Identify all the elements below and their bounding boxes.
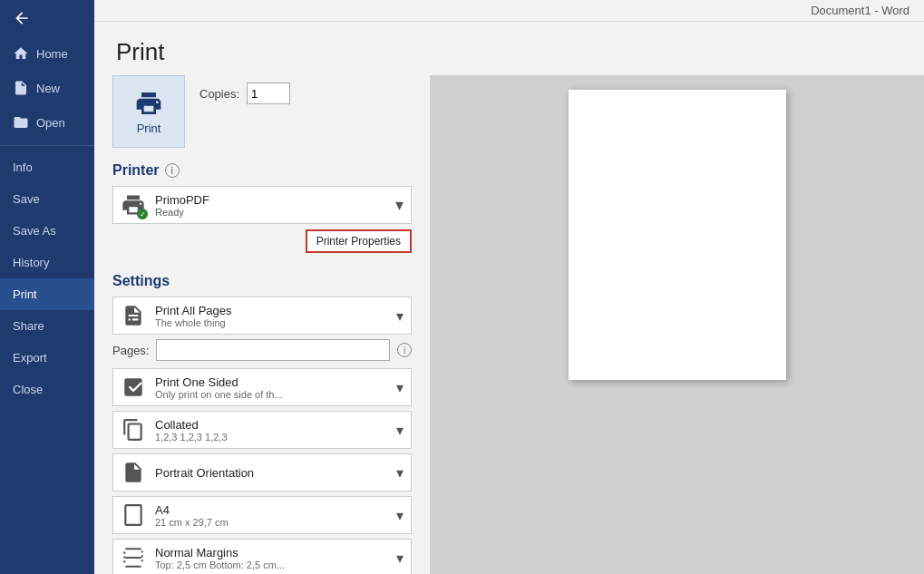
printer-info: PrimoPDF Ready bbox=[155, 193, 386, 218]
a4-label: A4 bbox=[155, 503, 387, 517]
main-content: Document1 - Word Print Print Copies: bbox=[94, 0, 924, 574]
collated-sub: 1,2,3 1,2,3 1,2,3 bbox=[155, 432, 387, 443]
print-button[interactable]: Print bbox=[112, 75, 185, 148]
print-all-pages-arrow: ▾ bbox=[396, 307, 404, 325]
app-title: Document1 - Word bbox=[811, 4, 909, 17]
pages-info-icon[interactable]: i bbox=[397, 343, 412, 357]
settings-a4[interactable]: A4 21 cm x 29,7 cm ▾ bbox=[112, 496, 412, 534]
print-one-sided-arrow: ▾ bbox=[396, 379, 404, 396]
sidebar-item-close[interactable]: Close bbox=[0, 374, 94, 405]
left-panel: Print Copies: Printer i bbox=[94, 75, 430, 574]
settings-print-one-sided[interactable]: Print One Sided Only print on one side o… bbox=[112, 368, 412, 406]
print-one-sided-icon bbox=[121, 375, 146, 400]
sidebar-item-home[interactable]: Home bbox=[0, 36, 94, 71]
sidebar-item-history[interactable]: History bbox=[0, 247, 94, 278]
sidebar-item-save-as[interactable]: Save As bbox=[0, 215, 94, 247]
a4-sub: 21 cm x 29,7 cm bbox=[155, 517, 387, 528]
sidebar-item-info[interactable]: Info bbox=[0, 151, 94, 183]
sidebar-item-export[interactable]: Export bbox=[0, 342, 94, 374]
printer-section-title: Printer i bbox=[112, 162, 412, 179]
back-button[interactable] bbox=[0, 0, 94, 36]
sidebar-item-share[interactable]: Share bbox=[0, 310, 94, 342]
printer-ready-check bbox=[137, 209, 148, 219]
print-button-label: Print bbox=[137, 122, 161, 135]
pages-row: Pages: i bbox=[112, 339, 412, 361]
page-title: Print bbox=[94, 22, 924, 75]
printer-info-icon[interactable]: i bbox=[165, 163, 180, 178]
printer-dropdown-arrow[interactable]: ▾ bbox=[395, 195, 404, 215]
print-all-pages-sub: The whole thing bbox=[155, 317, 387, 328]
copies-section: Copies: bbox=[199, 75, 290, 104]
printer-icon bbox=[121, 192, 146, 218]
collated-icon bbox=[121, 417, 146, 443]
print-one-sided-sub: Only print on one side of th... bbox=[155, 389, 387, 400]
sidebar-item-open[interactable]: Open bbox=[0, 105, 94, 140]
sidebar: Home New Open Info Save Save As History … bbox=[0, 0, 94, 574]
printer-status: Ready bbox=[155, 207, 386, 218]
app-title-bar: Document1 - Word bbox=[94, 0, 924, 22]
settings-collated[interactable]: Collated 1,2,3 1,2,3 1,2,3 ▾ bbox=[112, 411, 412, 449]
print-all-pages-icon bbox=[121, 303, 146, 328]
collated-arrow: ▾ bbox=[396, 422, 404, 439]
sidebar-divider-1 bbox=[0, 145, 94, 146]
svg-rect-0 bbox=[125, 505, 141, 525]
portrait-orientation-icon bbox=[121, 460, 146, 485]
copies-label: Copies: bbox=[199, 87, 239, 101]
print-all-pages-label: Print All Pages bbox=[155, 304, 387, 317]
settings-portrait-orientation[interactable]: Portrait Orientation ▾ bbox=[112, 453, 412, 491]
preview-area bbox=[430, 75, 924, 574]
sidebar-item-print[interactable]: Print bbox=[0, 278, 94, 310]
print-area: Print Copies: Printer i bbox=[94, 75, 924, 574]
sidebar-item-new[interactable]: New bbox=[0, 71, 94, 105]
copies-input[interactable] bbox=[247, 83, 290, 104]
a4-arrow: ▾ bbox=[396, 507, 404, 524]
normal-margins-sub: Top: 2,5 cm Bottom: 2,5 cm... bbox=[155, 559, 387, 570]
printer-row: PrimoPDF Ready ▾ bbox=[112, 186, 412, 224]
print-button-section: Print Copies: bbox=[112, 75, 412, 148]
print-one-sided-label: Print One Sided bbox=[155, 375, 387, 389]
a4-icon bbox=[121, 502, 146, 528]
preview-page bbox=[569, 90, 786, 380]
collated-label: Collated bbox=[155, 418, 387, 432]
settings-normal-margins[interactable]: Normal Margins Top: 2,5 cm Bottom: 2,5 c… bbox=[112, 539, 412, 574]
printer-name: PrimoPDF bbox=[155, 193, 386, 207]
normal-margins-icon bbox=[121, 545, 146, 570]
normal-margins-arrow: ▾ bbox=[396, 550, 404, 567]
sidebar-item-save[interactable]: Save bbox=[0, 183, 94, 215]
portrait-orientation-label: Portrait Orientation bbox=[155, 466, 387, 480]
settings-section-title: Settings bbox=[112, 273, 412, 289]
printer-properties-button[interactable]: Printer Properties bbox=[306, 229, 412, 253]
settings-print-all-pages[interactable]: Print All Pages The whole thing ▾ bbox=[112, 297, 412, 335]
pages-input[interactable] bbox=[156, 339, 390, 361]
normal-margins-label: Normal Margins bbox=[155, 546, 387, 559]
copies-row: Copies: bbox=[199, 83, 290, 104]
portrait-orientation-arrow: ▾ bbox=[396, 464, 404, 482]
pages-label: Pages: bbox=[112, 344, 149, 357]
